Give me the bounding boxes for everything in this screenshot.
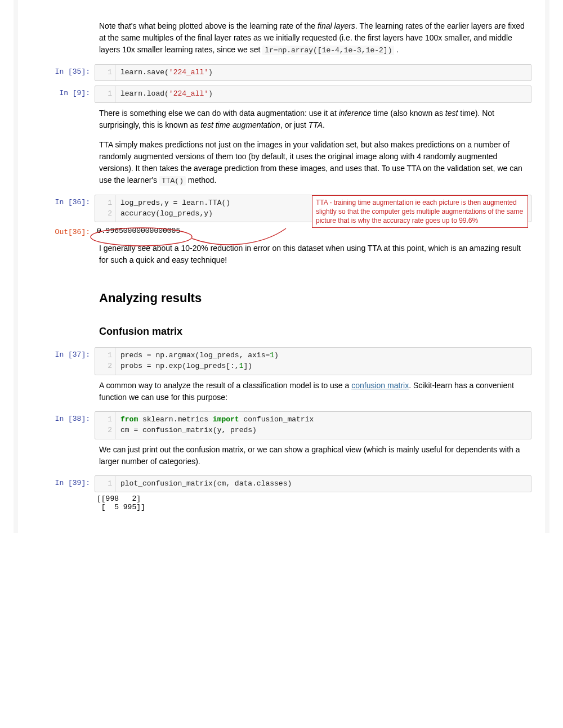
paragraph: There is something else we can do with d… (99, 107, 531, 187)
code-cell: In [35]: 1 learn.save('224_all') (32, 64, 531, 82)
section-heading: Analyzing results (99, 289, 531, 307)
paragraph: We can just print out the confusion matr… (99, 444, 531, 468)
in-prompt: In [37]: (32, 347, 95, 361)
code-cell: In [37]: 1 2 preds = np.argmax(log_preds… (32, 347, 531, 375)
code-input[interactable]: 1 plot_confusion_matrix(cm, data.classes… (95, 475, 531, 493)
in-prompt: In [36]: (32, 195, 95, 208)
line-gutter: 1 (95, 65, 116, 81)
sub-heading: Confusion matrix (99, 324, 531, 339)
line-gutter: 1 2 (95, 348, 116, 375)
in-prompt: In [38]: (32, 411, 95, 425)
in-prompt: In [35]: (32, 64, 95, 78)
line-gutter: 1 2 (95, 412, 116, 439)
line-gutter: 1 (95, 476, 116, 492)
code-cell: In [38]: 1 2 from sklearn.metrics import… (32, 411, 531, 439)
paragraph: I generally see about a 10-20% reduction… (99, 242, 531, 266)
code-cell: In [9]: 1 learn.load('224_all') (32, 86, 531, 103)
code-input[interactable]: 1 2 from sklearn.metrics import confusio… (95, 411, 531, 439)
in-prompt: In [39]: (32, 475, 95, 489)
code-input[interactable]: 1 learn.save('224_all') (95, 64, 531, 82)
annotation-box: TTA - training time augmentation ie each… (312, 195, 528, 228)
code-cell: In [39]: 1 plot_confusion_matrix(cm, dat… (32, 475, 531, 512)
out-prompt: Out[36]: (32, 224, 95, 238)
line-gutter: 1 (95, 86, 116, 102)
text: . (394, 45, 399, 54)
code-input[interactable]: 1 learn.load('224_all') (95, 86, 531, 103)
line-gutter: 1 2 (95, 195, 116, 222)
inline-code: TTA() (159, 176, 186, 186)
code-input[interactable]: 1 2 preds = np.argmax(log_preds, axis=1)… (95, 347, 531, 375)
confusion-matrix-link[interactable]: confusion matrix (351, 381, 409, 390)
paragraph: Note that's what being plotted above is … (99, 20, 531, 56)
paragraph: A common way to analyze the result of a … (99, 380, 531, 403)
emphasis: final layers (318, 21, 355, 30)
output-text: [[998 2] [ 5 995]] (95, 492, 531, 511)
inline-code: lr=np.array([1e-4,1e-3,1e-2]) (262, 46, 394, 55)
in-prompt: In [9]: (32, 86, 95, 99)
text: Note that's what being plotted above is … (99, 21, 318, 30)
